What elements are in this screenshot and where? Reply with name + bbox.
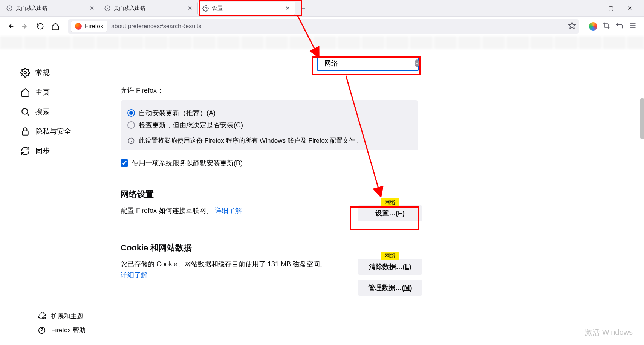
radio-label: 检查更新，但由您决定是否安装(	[139, 121, 236, 129]
puzzle-icon	[38, 312, 46, 321]
allow-label: 允许 Firefox：	[121, 86, 629, 95]
forward-button[interactable]	[19, 20, 32, 33]
sidebar-item-home[interactable]: 主页	[19, 84, 94, 101]
toolbar-right	[585, 21, 640, 31]
close-icon[interactable]: ✕	[187, 5, 193, 11]
info-icon	[6, 5, 13, 12]
cookies-heading: Cookie 和网站数据	[121, 242, 629, 253]
svg-point-16	[22, 108, 28, 114]
clear-search-button[interactable]: ✕	[415, 59, 419, 67]
minimize-button[interactable]: —	[587, 5, 597, 12]
reload-button[interactable]	[34, 20, 47, 33]
help-label: Firefox 帮助	[51, 326, 86, 334]
access-key: L	[405, 263, 409, 271]
nav-toolbar: Firefox about:preferences#searchResults	[0, 17, 644, 36]
sidebar-label: 主页	[35, 87, 50, 97]
svg-point-6	[205, 7, 207, 9]
undo-close-button[interactable]	[615, 21, 624, 31]
radio-check-update[interactable]: 检查更新，但由您决定是否安装(C)	[127, 121, 411, 130]
settings-search-input[interactable]	[324, 60, 412, 67]
radio-auto-update[interactable]: 自动安装更新（推荐）(A)	[127, 108, 411, 118]
sidebar-label: 常规	[35, 68, 50, 78]
gear-icon	[202, 5, 209, 12]
desc-text: 配置 Firefox 如何连接互联网。	[121, 207, 215, 214]
radio-icon	[127, 121, 135, 129]
reload-icon	[37, 23, 44, 30]
menu-icon	[629, 22, 636, 29]
home-button[interactable]	[49, 20, 62, 33]
sidebar-item-search[interactable]: 搜索	[19, 103, 94, 121]
radio-icon	[127, 109, 135, 117]
screenshot-button[interactable]	[603, 22, 610, 31]
update-info: 此设置将影响使用这份 Firefox 程序的所有 Windows 账户及 Fir…	[127, 136, 411, 145]
scrollbar[interactable]	[640, 98, 644, 139]
network-desc: 配置 Firefox 如何连接互联网。 详细了解	[121, 205, 242, 216]
highlight-tag: 网络	[381, 252, 399, 260]
window-controls: — ▢ ✕	[579, 5, 642, 12]
maximize-button[interactable]: ▢	[606, 5, 616, 12]
help-link[interactable]: Firefox 帮助	[38, 326, 109, 334]
url-bar[interactable]: Firefox about:preferences#searchResults	[68, 19, 579, 34]
sidebar-item-privacy[interactable]: 隐私与安全	[19, 123, 94, 140]
checkbox-label: 使用一项系统服务以静默安装更新(	[132, 159, 236, 167]
settings-search-box[interactable]: ✕	[317, 56, 419, 71]
manage-data-button[interactable]: 管理数据…(M)	[358, 280, 422, 296]
close-icon[interactable]: ✕	[285, 5, 291, 11]
network-heading: 网络设置	[121, 189, 629, 200]
profile-avatar[interactable]	[589, 22, 597, 31]
learn-more-link[interactable]: 详细了解	[215, 207, 242, 214]
sidebar-label: 同步	[35, 146, 50, 156]
bookmarks-bar	[0, 36, 644, 49]
tab-title: 页面载入出错	[114, 5, 184, 12]
info-icon	[127, 137, 135, 145]
help-icon	[38, 326, 46, 334]
update-options-box: 自动安装更新（推荐）(A) 检查更新，但由您决定是否安装(C) 此设置将影响使用…	[121, 100, 418, 150]
star-icon	[568, 21, 576, 30]
lock-icon	[20, 127, 30, 136]
highlight-tag: 网络	[381, 198, 399, 206]
home-icon	[51, 22, 60, 31]
new-tab-button[interactable]	[297, 2, 309, 14]
info-icon	[104, 5, 111, 12]
tab-title: 页面载入出错	[16, 5, 86, 12]
svg-point-15	[24, 72, 27, 74]
back-button[interactable]	[4, 20, 17, 33]
checkbox-bg-service[interactable]: ✔ 使用一项系统服务以静默安装更新(B)	[121, 159, 629, 168]
settings-sidebar: 常规 主页 搜索 隐私与安全 同步 扩展和主题 Firefox 帮助	[0, 49, 109, 345]
url-text: about:preferences#searchResults	[111, 23, 201, 30]
tab-strip: 页面载入出错 ✕ 页面载入出错 ✕ 设置 ✕ — ▢ ✕	[0, 0, 644, 17]
sidebar-item-general[interactable]: 常规	[19, 64, 94, 81]
cookies-desc: 您已存储的 Cookie、网站数据和缓存目前使用了 131 MB 磁盘空间。 详…	[121, 259, 327, 281]
clear-data-button[interactable]: 清除数据…(L)	[358, 259, 422, 275]
close-window-button[interactable]: ✕	[624, 5, 635, 12]
info-text: 此设置将影响使用这份 Firefox 程序的所有 Windows 账户及 Fir…	[139, 136, 362, 145]
undo-icon	[615, 21, 624, 30]
extensions-link[interactable]: 扩展和主题	[38, 312, 109, 321]
access-key: B	[236, 159, 240, 167]
arrow-right-icon	[21, 22, 29, 31]
tab-settings[interactable]: 设置 ✕	[197, 2, 295, 15]
identity-box[interactable]: Firefox	[71, 21, 107, 32]
radio-label: 自动安装更新（推荐）(	[139, 109, 209, 117]
tab-error-1[interactable]: 页面载入出错 ✕	[2, 2, 99, 15]
search-icon	[20, 107, 30, 117]
arrow-left-icon	[6, 22, 14, 31]
svg-rect-18	[22, 131, 28, 135]
access-key: E	[398, 209, 402, 217]
sidebar-label: 隐私与安全	[35, 127, 71, 136]
network-settings-button[interactable]: 设置…(E)	[358, 205, 422, 221]
gear-icon	[20, 68, 30, 78]
svg-line-17	[27, 114, 29, 116]
tab-error-2[interactable]: 页面载入出错 ✕	[99, 2, 197, 15]
bookmark-star-button[interactable]	[568, 21, 576, 31]
svg-marker-11	[569, 22, 575, 29]
close-icon[interactable]: ✕	[89, 5, 95, 11]
learn-more-link[interactable]: 详细了解	[121, 271, 148, 279]
access-key: M	[404, 284, 410, 292]
plus-icon	[300, 5, 306, 11]
settings-content: ✕ 允许 Firefox： 自动安装更新（推荐）(A) 检查更新，但由您决定是否…	[109, 49, 644, 345]
sidebar-item-sync[interactable]: 同步	[19, 142, 94, 160]
home-icon	[20, 87, 30, 97]
app-menu-button[interactable]	[629, 22, 636, 31]
tab-title: 设置	[212, 5, 281, 12]
